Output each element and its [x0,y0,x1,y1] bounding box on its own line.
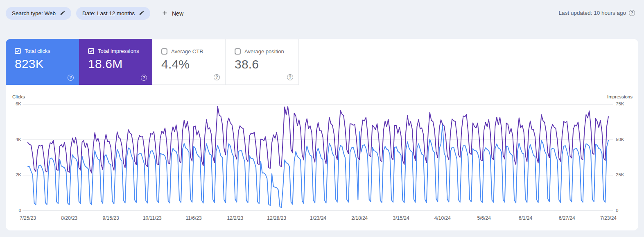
average-position-card[interactable]: Average position 38.6 ? [226,39,299,85]
chart-plot-svg [23,104,613,211]
x-axis-label: 5/6/24 [468,215,500,221]
metric-cards-row: Total clicks 823K ? Total impressions 18… [6,39,299,85]
left-axis-tick: 4K [7,137,21,142]
checked-checkbox-icon[interactable] [15,48,21,54]
right-axis-title: Impressions [607,94,633,99]
total-impressions-card[interactable]: Total impressions 18.6M ? [79,39,152,85]
question-circle-icon[interactable]: ? [214,74,220,80]
x-axis-label: 11/6/23 [177,215,210,221]
last-updated-status: Last updated: 10 hours ago ? [559,10,635,16]
total-clicks-card[interactable]: Total clicks 823K ? [6,39,79,85]
x-axis-label: 1/23/24 [302,215,334,221]
total-clicks-card-header: Total clicks [15,48,50,54]
top-filter-bar: Search type: Web Date: Last 12 months Ne… [0,0,644,26]
x-axis-label: 4/10/24 [426,215,459,221]
new-filter-button[interactable]: New [157,7,188,20]
total-impressions-card-header: Total impressions [88,48,139,54]
metric-label: Total impressions [98,48,139,54]
date-filter-label: Date: Last 12 months [82,10,135,16]
x-axis-label: 7/23/24 [592,215,625,221]
x-axis-label: 9/15/23 [95,215,127,221]
metric-value: 38.6 [235,57,259,71]
pencil-edit-icon [60,10,66,17]
right-axis-tick: 0 [616,208,632,213]
metric-value: 18.6M [88,57,122,71]
search-type-filter-label: Search type: Web [12,10,56,16]
metric-label: Total clicks [25,48,50,54]
chart-plot-area[interactable] [23,104,613,211]
x-axis-label: 2/18/24 [343,215,376,221]
right-axis-tick: 75K [616,101,632,106]
metric-label: Average CTR [171,48,203,55]
checked-checkbox-icon[interactable] [88,48,94,54]
question-circle-icon[interactable]: ? [287,74,293,80]
x-axis-label: 12/28/23 [260,215,293,221]
last-updated-text: Last updated: 10 hours ago [559,10,626,16]
performance-panel: Total clicks 823K ? Total impressions 18… [6,39,638,230]
unchecked-checkbox-icon[interactable] [235,48,241,55]
line-series-left [28,124,608,207]
metric-value: 823K [15,57,44,71]
left-axis-tick: 6K [7,101,21,106]
x-axis-label: 8/20/23 [53,215,86,221]
plus-icon [161,9,168,18]
left-axis-tick: 0 [7,208,21,213]
metric-value: 4.4% [161,57,190,71]
average-position-card-header: Average position [235,48,284,55]
right-axis-tick: 50K [616,137,632,142]
date-filter-chip[interactable]: Date: Last 12 months [76,7,150,20]
new-button-label: New [172,10,183,17]
unchecked-checkbox-icon[interactable] [161,48,167,55]
x-axis-label: 6/1/24 [509,215,542,221]
x-axis-labels: 7/25/238/20/239/15/2310/11/2311/6/2312/2… [6,215,638,223]
search-console-performance-page: { "page": {"background": "#eef1f6"}, "to… [0,0,644,237]
pencil-edit-icon [139,10,145,17]
search-type-filter-chip[interactable]: Search type: Web [6,7,71,20]
question-circle-icon[interactable]: ? [629,10,635,16]
x-axis-label: 7/25/23 [11,215,44,221]
metric-label: Average position [244,48,284,55]
x-axis-label: 10/11/23 [136,215,169,221]
left-axis-tick: 2K [7,172,21,177]
x-axis-label: 12/2/23 [219,215,251,221]
left-axis-title: Clicks [12,94,25,99]
x-axis-label: 6/27/24 [551,215,583,221]
average-ctr-card[interactable]: Average CTR 4.4% ? [152,39,226,85]
right-axis-tick: 25K [616,172,632,177]
question-circle-icon[interactable]: ? [68,75,74,81]
x-axis-label: 3/15/24 [385,215,418,221]
question-circle-icon[interactable]: ? [141,75,147,81]
average-ctr-card-header: Average CTR [161,48,203,55]
